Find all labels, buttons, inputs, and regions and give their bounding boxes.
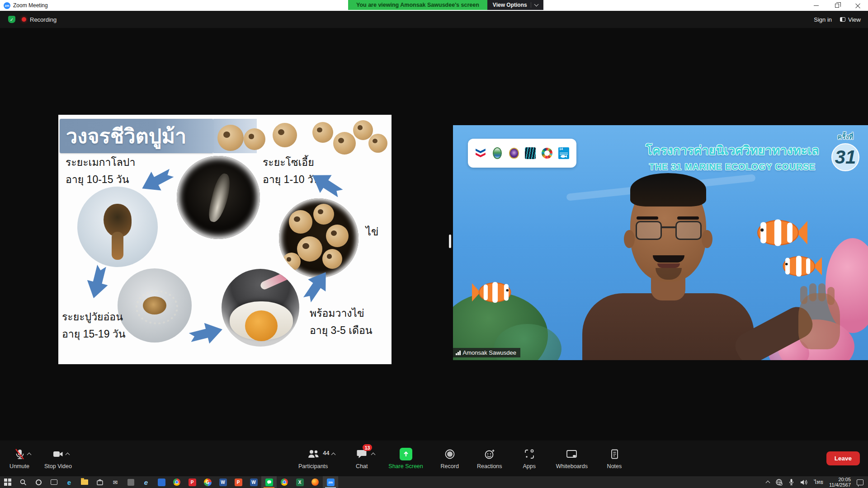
taskbar-cortana-button[interactable] [31,476,46,488]
egg-photo [283,253,301,271]
taskbar-zoom[interactable]: zm [323,476,338,488]
taskbar-chrome[interactable] [169,476,184,488]
clownfish-image [754,216,807,250]
reactions-icon [484,448,495,460]
chat-button[interactable]: 13 Chat [349,447,375,469]
taskbar-word-2[interactable]: W [246,476,261,488]
tray-expand-chevron[interactable] [765,481,770,485]
apps-button[interactable]: Apps [516,447,542,469]
viewing-banner-text: You are viewing Amonsak Sawusdee's scree… [348,0,487,10]
reactions-button[interactable]: Reactions [476,447,503,469]
taskbar-file-explorer[interactable] [77,476,92,488]
share-screen-button[interactable]: Share Screen [388,447,423,469]
participant-video[interactable]: 14 โครงการค่ายนิเวศวิทยาทางทะเล THE 31 M… [453,125,868,360]
chevron-blue-shape [476,149,486,153]
taskbar-pdf-app[interactable]: P [184,476,200,488]
zoea-stage-photo [177,156,260,239]
taskbar-photos[interactable] [123,476,138,488]
action-center-icon[interactable] [857,479,863,485]
restore-button[interactable] [826,0,847,11]
participants-icon [307,448,320,460]
stop-video-button[interactable]: Stop Video [44,447,72,469]
record-icon [444,448,456,460]
minimize-icon [814,5,819,6]
apps-label: Apps [523,463,536,469]
video-options-caret[interactable] [66,453,70,457]
view-button[interactable]: View [840,16,861,23]
cortana-icon [36,479,42,485]
word-icon: W [219,479,227,486]
cycle-arrow [81,263,114,301]
reactions-label: Reactions [477,463,502,469]
speaker-mustache [653,255,684,263]
close-icon [855,3,860,8]
crab-claw [259,270,293,291]
task-view-icon [51,479,57,485]
taskbar-blue-app[interactable] [154,476,169,488]
pdf-app-icon: P [189,479,196,486]
taskbar-store[interactable] [92,476,108,488]
tray-time: 20:05 [829,477,851,483]
taskbar-chrome-2[interactable] [277,476,292,488]
panel-resize-handle[interactable] [449,235,451,248]
view-options-button[interactable]: View Options [487,0,543,10]
speaker-ear [702,230,712,248]
taskbar-google[interactable]: G [200,476,215,488]
juvenile-stage-label: ระยะปูวัยอ่อน อายุ 15-19 วัน [62,308,125,343]
notes-button[interactable]: Notes [601,447,627,469]
tray-microphone-icon[interactable] [788,479,794,486]
glasses-lens [675,221,702,240]
unmute-button[interactable]: Unmute [6,447,33,469]
taskbar-line[interactable] [261,476,277,488]
share-screen-label: Share Screen [388,463,423,469]
record-button[interactable]: Record [437,447,463,469]
taskbar-clock[interactable]: 20:05 11/4/2567 [829,477,851,488]
taskbar-word[interactable]: W [215,476,231,488]
tray-date: 11/4/2567 [829,482,851,488]
spawning-stage-label: พร้อมวางไข่ อายุ 3-5 เดือน [310,305,373,339]
sign-in-button[interactable]: Sign in [814,16,832,23]
language-indicator[interactable]: ไทย [814,478,823,486]
taskbar-mail[interactable]: ✉ [108,476,123,488]
system-tray: ไทย 20:05 11/4/2567 [766,477,868,488]
taskbar-internet-explorer[interactable]: e [138,476,154,488]
file-explorer-icon [81,479,88,485]
course-edition-badge: ครั้งที่ 31 [826,131,864,177]
taskbar-firefox[interactable] [307,476,323,488]
juvenile-crab-photo [118,268,192,343]
participants-button[interactable]: 44 Participants [298,447,328,469]
minimize-button[interactable] [806,0,826,11]
whiteboards-button[interactable]: Whiteboards [556,447,588,469]
glasses-bridge [662,226,675,228]
taskbar-task-view-button[interactable] [46,476,61,488]
word-icon: W [250,479,258,486]
taskbar-search-button[interactable] [15,476,31,488]
start-button[interactable] [0,476,15,488]
microphone-muted-icon [14,448,25,460]
taskbar-pdf-editor[interactable]: P [231,476,246,488]
egg-photo [273,123,297,147]
leave-button[interactable]: Leave [826,451,860,465]
firefox-icon [311,479,319,486]
participant-name-tag: Amonsak Sawusdee [453,348,520,357]
egg-stage-label: ไข่ [366,223,378,240]
egg-photo [297,236,322,262]
network-globe-icon[interactable] [775,479,783,486]
encryption-shield-icon[interactable]: ✓ [8,16,15,23]
clownfish-image [472,279,514,306]
chevron-red-shape [476,153,486,157]
juvenile-age: อายุ 15-19 วัน [62,325,125,343]
participants-count: 44 [323,450,329,456]
chat-caret[interactable] [371,453,376,457]
close-button[interactable] [847,0,868,11]
speaker-volume-icon[interactable] [800,479,808,486]
megalopa-stage-label: ระยะเมกาโลปา อายุ 10-15 วัน [66,154,135,188]
chevron-logo [474,145,487,161]
divider [531,2,531,8]
participants-caret[interactable] [331,453,335,457]
unmute-options-caret[interactable] [27,453,32,457]
university-seal-purple [507,145,521,161]
taskbar-edge[interactable]: e [61,476,77,488]
cycle-arrow [136,162,178,200]
taskbar-excel[interactable]: X [292,476,307,488]
